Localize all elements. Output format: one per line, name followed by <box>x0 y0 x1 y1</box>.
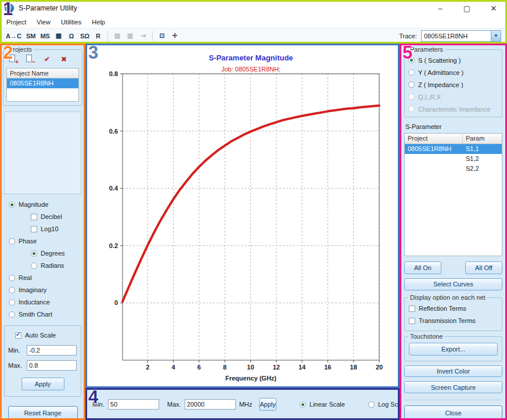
project-column-header[interactable]: Project <box>405 134 463 143</box>
checkbox-icon <box>409 306 415 312</box>
linear-scale-option[interactable]: Linear Scale <box>300 401 345 408</box>
svg-text:16: 16 <box>324 364 331 371</box>
degrees-option[interactable]: Degrees <box>31 249 82 259</box>
touchstone-group: Touchstone Export... <box>404 336 502 361</box>
log10-label: Log10 <box>41 225 59 232</box>
y-admittance-option[interactable]: Y ( Admittance ) <box>408 67 498 78</box>
trace-combobox[interactable]: 0805SE1R8NH ▼ <box>421 30 501 42</box>
z-impedance-option[interactable]: Z ( Impedance ) <box>408 79 498 90</box>
app-window: S-Parameter Utility – ▢ ✕ Project View U… <box>0 0 507 420</box>
decibel-option[interactable]: Decibel <box>31 212 82 222</box>
chart-job-label: Job: 0805SE1R8NH; <box>123 66 379 73</box>
s-to-m-icon[interactable]: SM <box>24 30 38 42</box>
omega-impedance-icon[interactable]: Ω <box>65 30 78 42</box>
table-row[interactable]: S1,2 <box>405 154 502 164</box>
scale-max-input[interactable] <box>27 360 77 371</box>
s-scattering-label: S ( Scattering ) <box>418 57 461 64</box>
svg-text:12: 12 <box>273 364 280 371</box>
select-curves-button[interactable]: Select Curves <box>404 278 502 290</box>
svg-text:6: 6 <box>197 364 201 371</box>
reset-range-button[interactable]: Reset Range <box>8 406 78 420</box>
y-admittance-label: Y ( Admittance ) <box>418 69 463 76</box>
invert-color-button[interactable]: Invert Color <box>404 365 502 378</box>
freq-max-input[interactable] <box>185 399 236 410</box>
menu-bar: Project View Utilities Help <box>0 16 507 28</box>
smith-chart-option[interactable]: Smith Chart <box>9 310 82 320</box>
cancel-button[interactable]: ✖ <box>58 54 70 64</box>
display-options-group-label: Display option on each net <box>408 294 487 301</box>
toolbar-separator <box>107 31 108 41</box>
zoom-select-icon[interactable]: ⊡ <box>156 30 168 42</box>
magnitude-option[interactable]: Magnitude <box>9 200 82 210</box>
imaginary-option[interactable]: Imaginary <box>9 285 82 295</box>
freq-min-input[interactable] <box>108 399 159 410</box>
apply-frequency-button[interactable]: Apply <box>259 398 276 411</box>
maximize-button[interactable]: ▢ <box>454 0 480 16</box>
reflection-terms-option[interactable]: Reflection Terms <box>409 304 498 314</box>
project-list: Project Name 0805SE1R8NH <box>6 68 79 102</box>
transmission-terms-option[interactable]: Transmission Terms <box>409 316 498 326</box>
close-button[interactable]: Close <box>404 405 502 420</box>
radio-icon <box>368 401 375 408</box>
param-column-header[interactable]: Param <box>463 134 502 143</box>
chart-area[interactable]: 246810121416182000.20.40.60.8 S-Paramete… <box>85 44 400 388</box>
table-row[interactable]: 0805SE1R8NH S1,1 <box>405 144 502 154</box>
r-series-icon[interactable]: R <box>92 30 105 42</box>
plus-icon: + <box>15 59 19 65</box>
remove-project-button[interactable]: − <box>24 54 36 64</box>
inductance-label: Inductance <box>19 299 50 306</box>
inductance-option[interactable]: Inductance <box>9 297 82 307</box>
radio-icon <box>300 401 306 408</box>
log10-option[interactable]: Log10 <box>31 224 82 234</box>
menu-view[interactable]: View <box>31 17 56 27</box>
auto-scale-option[interactable]: Auto Scale <box>15 331 77 340</box>
project-row[interactable]: 0805SE1R8NH <box>7 78 78 88</box>
marker-bars2-icon: ▥ <box>124 30 136 42</box>
imaginary-label: Imaginary <box>19 286 46 293</box>
chart-canvas[interactable]: 246810121416182000.20.40.60.8 <box>85 44 400 388</box>
chart-column: 246810121416182000.20.40.60.8 S-Paramete… <box>85 44 400 420</box>
radians-option[interactable]: Radians <box>31 261 82 271</box>
radio-icon <box>9 311 15 318</box>
menu-utilities[interactable]: Utilities <box>56 17 87 27</box>
scale-min-input[interactable] <box>27 345 77 356</box>
frequency-bar: Min. Max. MHz Apply Linear Scale Log Sca… <box>85 388 400 420</box>
m-to-s-icon[interactable]: MS <box>38 30 52 42</box>
projects-group: Projects + − ✔ ✖ <box>3 49 82 106</box>
all-off-button[interactable]: All Off <box>465 261 502 274</box>
window-controls: – ▢ ✕ <box>427 0 507 16</box>
minimize-button[interactable]: – <box>427 0 454 16</box>
scale-max-label: Max. <box>8 362 24 369</box>
decibel-label: Decibel <box>41 213 62 220</box>
apply-scale-button[interactable]: Apply <box>21 378 64 390</box>
menu-help[interactable]: Help <box>87 17 110 27</box>
trace-label: Trace: <box>399 33 417 40</box>
radio-icon <box>9 299 15 306</box>
a-to-c-converter-icon[interactable]: A→C <box>3 30 24 42</box>
scale-group: Auto Scale Min. Max. Apply <box>4 325 81 397</box>
phase-option[interactable]: Phase <box>9 236 82 246</box>
svg-text:4: 4 <box>171 364 175 371</box>
parameters-group-label: Parameters <box>408 46 445 53</box>
all-on-button[interactable]: All On <box>404 261 441 274</box>
real-option[interactable]: Real <box>9 273 82 283</box>
export-button[interactable]: Export... <box>409 343 498 356</box>
confirm-button[interactable]: ✔ <box>41 54 53 64</box>
svg-text:0.6: 0.6 <box>109 128 118 135</box>
s-scattering-option[interactable]: S ( Scattering ) <box>408 55 498 66</box>
menu-project[interactable]: Project <box>1 17 31 27</box>
trace-selector: Trace: 0805SE1R8NH ▼ <box>399 30 504 42</box>
chevron-down-icon[interactable]: ▼ <box>491 31 501 41</box>
svg-text:0.8: 0.8 <box>109 70 118 77</box>
title-bar: S-Parameter Utility – ▢ ✕ <box>0 0 507 16</box>
page-icon <box>9 55 15 62</box>
new-project-button[interactable]: + <box>8 54 19 64</box>
screen-capture-button[interactable]: Screen Capture <box>404 381 502 393</box>
checkbox-icon <box>409 318 415 324</box>
table-row[interactable]: S2,2 <box>405 164 502 174</box>
radio-icon <box>31 250 37 257</box>
data-grid-icon[interactable]: ▦ <box>52 30 65 42</box>
close-window-button[interactable]: ✕ <box>480 0 507 16</box>
s-omega-icon[interactable]: SΩ <box>78 30 92 42</box>
pan-hand-icon[interactable]: ✛ <box>168 30 181 42</box>
